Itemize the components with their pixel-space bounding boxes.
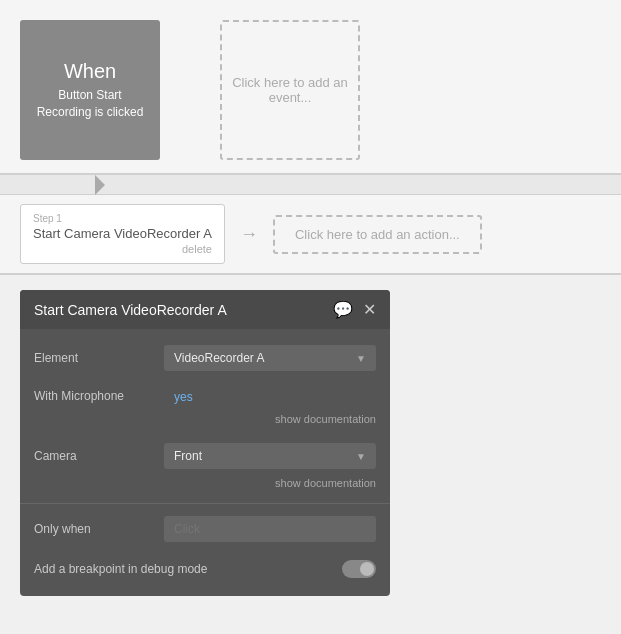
breakpoint-toggle[interactable] <box>342 560 376 578</box>
panel-title: Start Camera VideoRecorder A <box>34 302 227 318</box>
element-control[interactable]: VideoRecorder A ▼ <box>164 345 376 371</box>
camera-label: Camera <box>34 449 154 463</box>
only-when-label: Only when <box>34 522 154 536</box>
only-when-input[interactable] <box>164 516 376 542</box>
element-select[interactable]: VideoRecorder A ▼ <box>164 345 376 371</box>
step-delete[interactable]: delete <box>33 243 212 255</box>
divider <box>20 503 390 504</box>
element-label: Element <box>34 351 154 365</box>
doc-row-2: show documentation <box>20 477 390 499</box>
when-title: When <box>64 60 116 83</box>
element-row: Element VideoRecorder A ▼ <box>20 337 390 379</box>
step-label: Step 1 <box>33 213 212 224</box>
microphone-value[interactable]: yes <box>164 384 203 410</box>
show-documentation-1[interactable]: show documentation <box>154 413 376 429</box>
comment-icon[interactable]: 💬 <box>333 300 353 319</box>
element-value: VideoRecorder A <box>174 351 265 365</box>
microphone-control: yes <box>164 387 376 405</box>
camera-row: Camera Front ▼ <box>20 435 390 477</box>
when-block[interactable]: When Button Start Recording is clicked <box>20 20 160 160</box>
add-action-block[interactable]: Click here to add an action... <box>273 215 482 254</box>
camera-control[interactable]: Front ▼ <box>164 443 376 469</box>
close-icon[interactable]: ✕ <box>363 300 376 319</box>
breakpoint-label: Add a breakpoint in debug mode <box>34 562 207 576</box>
camera-value: Front <box>174 449 202 463</box>
panel: Start Camera VideoRecorder A 💬 ✕ Element… <box>20 290 390 596</box>
arrow-right-icon: → <box>240 224 258 245</box>
microphone-row: With Microphone yes <box>20 379 390 413</box>
step-box[interactable]: Step 1 Start Camera VideoRecorder A dele… <box>20 204 225 264</box>
camera-select[interactable]: Front ▼ <box>164 443 376 469</box>
panel-icons: 💬 ✕ <box>333 300 376 319</box>
add-event-text: Click here to add an event... <box>232 75 348 105</box>
top-area: When Button Start Recording is clicked C… <box>0 0 621 175</box>
camera-dropdown-icon: ▼ <box>356 451 366 462</box>
only-when-control[interactable] <box>164 516 376 542</box>
step-area: Step 1 Start Camera VideoRecorder A dele… <box>0 195 621 275</box>
breakpoint-row: Add a breakpoint in debug mode <box>20 550 390 588</box>
panel-header: Start Camera VideoRecorder A 💬 ✕ <box>20 290 390 329</box>
add-action-text: Click here to add an action... <box>295 227 460 242</box>
show-documentation-2[interactable]: show documentation <box>154 477 376 493</box>
connector-area <box>0 175 621 195</box>
connector-arrow-icon <box>95 175 115 195</box>
only-when-row: Only when <box>20 508 390 550</box>
microphone-label: With Microphone <box>34 389 154 403</box>
element-dropdown-icon: ▼ <box>356 353 366 364</box>
step-name: Start Camera VideoRecorder A <box>33 226 212 241</box>
panel-body: Element VideoRecorder A ▼ With Microphon… <box>20 329 390 596</box>
add-event-block[interactable]: Click here to add an event... <box>220 20 360 160</box>
doc-row-1: show documentation <box>20 413 390 435</box>
when-subtitle: Button Start Recording is clicked <box>20 87 160 121</box>
